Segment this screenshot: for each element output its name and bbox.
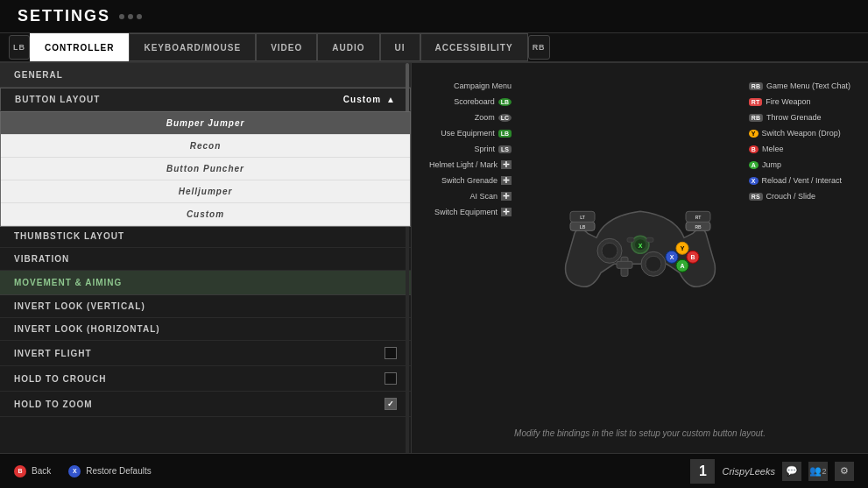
dot-2 bbox=[128, 14, 133, 19]
button-layout-menu: Bumper Jumper Recon Button Puncher Hellj… bbox=[0, 111, 411, 227]
bottom-bar: B Back X Restore Defaults 1 CrispyLeeks … bbox=[0, 453, 868, 488]
svg-text:X: X bbox=[669, 254, 674, 260]
game-menu-text: Game Menu (Text Chat) bbox=[766, 81, 850, 90]
svg-text:LT: LT bbox=[580, 215, 585, 220]
helmet-text: Helmet Light / Mark bbox=[429, 160, 498, 169]
svg-rect-13 bbox=[627, 237, 634, 242]
sprint-text: Sprint bbox=[475, 145, 496, 153]
tab-rb[interactable]: RB bbox=[528, 35, 550, 60]
option-recon[interactable]: Recon bbox=[1, 135, 410, 158]
tab-keyboard[interactable]: KEYBOARD/MOUSE bbox=[129, 33, 256, 61]
section-general: GENERAL bbox=[0, 63, 411, 88]
zoom-btn: LC bbox=[498, 114, 512, 122]
page-title: SETTINGS bbox=[18, 7, 110, 25]
label-switch-weapon: Y Switch Weapon (Drop) bbox=[749, 126, 850, 140]
reload-btn: X bbox=[749, 177, 759, 185]
switch-weapon-text: Switch Weapon (Drop) bbox=[762, 129, 841, 138]
game-menu-btn: RB bbox=[749, 82, 763, 90]
svg-text:A: A bbox=[680, 263, 684, 269]
vibration-row: VIBRATION bbox=[0, 248, 411, 271]
right-panel: Campaign Menu Scoreboard LB Zoom LC Use … bbox=[412, 63, 868, 456]
option-bumper-jumper[interactable]: Bumper Jumper bbox=[1, 112, 410, 135]
hold-zoom-checkbox[interactable] bbox=[385, 398, 397, 410]
dot-1 bbox=[119, 14, 124, 19]
label-sprint: Sprint LS bbox=[429, 142, 512, 156]
hold-crouch-row: HOLD TO CROUCH bbox=[0, 366, 411, 392]
svg-text:RT: RT bbox=[695, 215, 701, 220]
tab-accessibility[interactable]: ACCESSIBILITY bbox=[420, 33, 528, 61]
option-button-puncher[interactable]: Button Puncher bbox=[1, 158, 410, 180]
hold-crouch-label: HOLD TO CROUCH bbox=[14, 374, 106, 384]
fire-weapon-btn: RT bbox=[749, 98, 762, 106]
svg-text:X: X bbox=[638, 243, 642, 249]
label-ai-scan: AI Scan ✛ bbox=[429, 189, 512, 203]
label-reload: X Reload / Vent / Interact bbox=[749, 173, 850, 187]
ai-scan-btn: ✛ bbox=[501, 192, 512, 201]
svg-point-7 bbox=[646, 256, 661, 272]
tab-audio[interactable]: AUDIO bbox=[317, 33, 379, 61]
svg-text:LB: LB bbox=[579, 224, 585, 230]
header-dots bbox=[119, 14, 142, 19]
zoom-text: Zoom bbox=[475, 113, 495, 122]
tab-ui[interactable]: UI bbox=[380, 33, 420, 61]
vibration-label: VIBRATION bbox=[14, 254, 69, 264]
switch-equipment-text: Switch Equipment bbox=[434, 208, 498, 216]
jump-btn: A bbox=[749, 161, 759, 169]
thumbstick-layout-label: THUMBSTICK LAYOUT bbox=[14, 231, 124, 241]
section-movement: MOVEMENT & AIMING bbox=[0, 271, 411, 295]
label-switch-equipment: Switch Equipment ✛ bbox=[429, 205, 512, 219]
chat-icon[interactable]: 💬 bbox=[782, 462, 801, 481]
use-equipment-btn: LB bbox=[498, 130, 512, 138]
bottom-actions: B Back X Restore Defaults bbox=[14, 465, 152, 477]
header: SETTINGS bbox=[0, 0, 868, 33]
back-action[interactable]: B Back bbox=[14, 465, 51, 477]
invert-look-h-label: INVERT LOOK (HORIZONTAL) bbox=[14, 324, 160, 334]
svg-text:Y: Y bbox=[680, 245, 684, 251]
left-labels: Campaign Menu Scoreboard LB Zoom LC Use … bbox=[429, 79, 512, 219]
option-helljumper[interactable]: Helljumper bbox=[1, 180, 410, 203]
button-layout-dropdown[interactable]: BUTTON LAYOUT Custom ▲ bbox=[0, 88, 411, 111]
sprint-btn: LS bbox=[498, 145, 512, 153]
back-label: Back bbox=[32, 466, 51, 476]
main-content: GENERAL BUTTON LAYOUT Custom ▲ Bumper Ju… bbox=[0, 63, 868, 456]
back-btn-icon: B bbox=[14, 465, 26, 477]
hold-zoom-row: HOLD TO ZOOM bbox=[0, 392, 411, 417]
switch-grenade-text: Switch Grenade bbox=[441, 176, 498, 185]
right-labels: RB Game Menu (Text Chat) RT Fire Weapon … bbox=[749, 79, 850, 203]
button-layout-selected: Custom bbox=[343, 95, 381, 104]
fire-weapon-text: Fire Weapon bbox=[766, 97, 810, 106]
left-panel: GENERAL BUTTON LAYOUT Custom ▲ Bumper Ju… bbox=[0, 63, 412, 456]
dot-3 bbox=[137, 14, 142, 19]
invert-look-h-row: INVERT LOOK (HORIZONTAL) bbox=[0, 318, 411, 341]
invert-flight-checkbox[interactable] bbox=[385, 347, 397, 359]
jump-text: Jump bbox=[762, 160, 781, 169]
controller-svg: X Y B A X LB LT RB bbox=[553, 185, 728, 316]
label-zoom: Zoom LC bbox=[429, 110, 512, 124]
settings-icon[interactable]: ⚙ bbox=[835, 462, 854, 481]
invert-flight-row: INVERT FLIGHT bbox=[0, 341, 411, 366]
option-custom[interactable]: Custom bbox=[1, 203, 410, 226]
label-crouch: RS Crouch / Slide bbox=[749, 189, 850, 203]
tab-lb[interactable]: LB bbox=[9, 35, 30, 60]
ai-scan-text: AI Scan bbox=[470, 192, 498, 201]
melee-text: Melee bbox=[762, 145, 784, 153]
svg-rect-9 bbox=[617, 261, 632, 268]
label-game-menu: RB Game Menu (Text Chat) bbox=[749, 79, 850, 93]
crouch-btn: RS bbox=[749, 193, 763, 201]
label-switch-grenade: Switch Grenade ✛ bbox=[429, 173, 512, 187]
restore-action[interactable]: X Restore Defaults bbox=[68, 465, 151, 477]
friends-icon[interactable]: 👥 2 bbox=[808, 462, 828, 481]
invert-flight-label: INVERT FLIGHT bbox=[14, 349, 92, 358]
melee-btn: B bbox=[749, 145, 759, 153]
button-layout-value: Custom ▲ bbox=[343, 95, 396, 104]
tab-controller[interactable]: CONTROLLER bbox=[30, 33, 129, 61]
dropdown-arrow-icon: ▲ bbox=[386, 95, 396, 104]
hold-crouch-checkbox[interactable] bbox=[385, 372, 397, 385]
tab-video[interactable]: VIDEO bbox=[256, 33, 317, 61]
helmet-btn: ✛ bbox=[501, 160, 512, 169]
label-helmet: Helmet Light / Mark ✛ bbox=[429, 158, 512, 172]
throw-grenade-btn: RB bbox=[749, 114, 763, 122]
label-scoreboard: Scoreboard LB bbox=[429, 95, 512, 109]
svg-text:RB: RB bbox=[695, 224, 702, 230]
campaign-text: Campaign Menu bbox=[454, 81, 512, 90]
